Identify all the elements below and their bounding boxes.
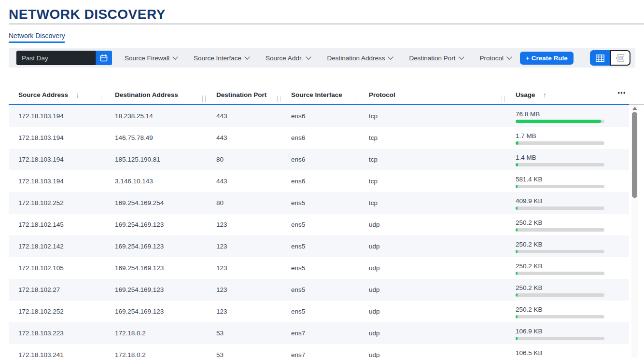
filter-dropdown-destination-address[interactable]: Destination Address (327, 55, 392, 62)
table-row[interactable]: 172.18.102.27 169.254.169.123 123 ens5 u… (9, 279, 629, 301)
cell-usage: 1.4 MB (506, 149, 629, 170)
cell-source-interface: ens6 (281, 127, 359, 149)
table-view-button[interactable] (590, 50, 610, 66)
usage-bar-track (516, 250, 604, 253)
column-header-protocol[interactable]: Protocol (359, 91, 506, 98)
cell-destination-address: 169.254.169.123 (105, 257, 207, 279)
filter-dropdown-destination-port[interactable]: Destination Port (409, 55, 463, 62)
usage-bar-track (516, 337, 604, 340)
column-resize-handle[interactable] (202, 96, 206, 102)
page-title: NETWORK DISCOVERY (9, 7, 166, 22)
table-grid-icon (596, 55, 604, 62)
chevron-down-icon (388, 54, 393, 59)
scroll-up-arrow-icon[interactable] (632, 107, 637, 110)
sort-desc-icon[interactable]: ↓ (76, 91, 80, 99)
cell-source-interface: ens5 (281, 257, 359, 279)
title-divider (9, 23, 644, 25)
table-row[interactable]: 172.18.102.105 169.254.169.123 123 ens5 … (9, 257, 629, 279)
filter-bar: Source Firewall Source Interface Source … (125, 55, 511, 62)
tab-network-discovery[interactable]: Network Discovery (9, 32, 65, 40)
cell-destination-port: 53 (207, 322, 281, 344)
active-tab-indicator (9, 41, 65, 43)
column-header-source-interface[interactable]: Source Interface (281, 91, 359, 98)
filter-dropdown-source-interface[interactable]: Source Interface (194, 55, 249, 62)
usage-bar-fill (516, 293, 518, 297)
sort-asc-icon[interactable]: ↑ (543, 91, 547, 99)
table-row[interactable]: 172.18.103.241 172.18.0.2 53 ens7 udp 10… (9, 344, 629, 358)
cell-destination-port: 123 (207, 257, 281, 279)
flow-view-button[interactable] (610, 50, 630, 66)
usage-value: 250.2 KB (516, 306, 543, 313)
table-row[interactable]: 172.18.103.223 172.18.0.2 53 ens7 udp 10… (9, 322, 629, 344)
cell-source-address: 172.18.103.194 (9, 105, 105, 127)
chevron-down-icon (244, 54, 250, 59)
usage-value: 1.7 MB (516, 132, 536, 139)
column-header-source-address[interactable]: Source Address ↓ (9, 91, 105, 99)
cell-destination-port: 123 (207, 214, 281, 235)
table-row[interactable]: 172.18.102.252 169.254.169.123 123 ens5 … (9, 301, 629, 322)
cell-usage: 250.2 KB (506, 235, 629, 257)
cell-destination-address: 169.254.169.123 (105, 214, 207, 235)
cell-source-address: 172.18.103.241 (9, 344, 105, 358)
usage-bar-fill (516, 337, 518, 340)
cell-source-interface: ens5 (281, 279, 359, 301)
cell-source-interface: ens6 (281, 105, 359, 127)
filter-dropdown-source-addr[interactable]: Source Addr. (266, 55, 310, 62)
table-row[interactable]: 172.18.102.145 169.254.169.123 123 ens5 … (9, 214, 629, 235)
cell-destination-port: 443 (207, 127, 281, 149)
date-range-input[interactable]: Past Day (16, 51, 96, 65)
table-row[interactable]: 172.18.103.194 3.146.10.143 443 ens6 tcp… (9, 170, 629, 192)
table-row[interactable]: 172.18.103.194 146.75.78.49 443 ens6 tcp… (9, 127, 629, 149)
cell-destination-port: 443 (207, 170, 281, 192)
usage-value: 106.5 KB (516, 349, 543, 357)
cell-destination-address: 172.18.0.2 (105, 322, 207, 344)
cell-source-interface: ens5 (281, 192, 359, 214)
table-row[interactable]: 172.18.102.252 169.254.169.254 80 ens5 t… (9, 192, 629, 214)
usage-value: 1.4 MB (516, 154, 536, 161)
usage-bar-fill (516, 207, 518, 210)
cell-usage: 76.8 MB (506, 105, 629, 127)
cell-destination-address: 169.254.169.123 (105, 301, 207, 322)
create-rule-button[interactable]: + Create Rule (520, 52, 574, 65)
usage-bar-track (516, 185, 604, 188)
table-body: 172.18.103.194 18.238.25.14 443 ens6 tcp… (9, 105, 629, 358)
usage-value: 250.2 KB (516, 262, 543, 270)
column-resize-handle[interactable] (502, 96, 505, 102)
cell-source-address: 172.18.103.223 (9, 322, 105, 344)
cell-destination-address: 185.125.190.81 (105, 149, 207, 170)
table-row[interactable]: 172.18.102.142 169.254.169.123 123 ens5 … (9, 235, 629, 257)
calendar-button[interactable] (96, 51, 112, 65)
column-resize-handle[interactable] (355, 96, 358, 102)
cell-protocol: tcp (359, 170, 506, 192)
cell-protocol: tcp (359, 149, 506, 170)
cell-protocol: tcp (359, 127, 506, 149)
column-header-destination-port[interactable]: Destination Port (207, 91, 281, 98)
table-row[interactable]: 172.18.103.194 18.238.25.14 443 ens6 tcp… (9, 105, 629, 127)
scrollbar-thumb[interactable] (632, 112, 637, 198)
cell-source-address: 172.18.102.105 (9, 257, 105, 279)
filter-dropdown-protocol[interactable]: Protocol (480, 55, 512, 62)
cell-destination-port: 123 (207, 279, 281, 301)
usage-bar-track (516, 228, 604, 232)
filter-dropdown-source-firewall[interactable]: Source Firewall (125, 55, 177, 62)
column-options-icon[interactable]: ⋯ (617, 88, 626, 98)
cell-protocol: tcp (359, 105, 506, 127)
column-resize-handle[interactable] (101, 95, 104, 101)
column-header-destination-address[interactable]: Destination Address (105, 91, 207, 98)
usage-bar-fill (516, 250, 518, 253)
cell-destination-address: 169.254.169.123 (105, 279, 207, 301)
column-header-usage[interactable]: Usage ↑ (506, 91, 629, 99)
chevron-down-icon (172, 54, 178, 59)
usage-bar-fill (516, 120, 601, 123)
cell-protocol: tcp (359, 192, 506, 214)
cell-usage: 250.2 KB (506, 279, 629, 301)
cell-protocol: udp (359, 301, 506, 322)
usage-value: 581.4 KB (516, 176, 543, 183)
vertical-scrollbar[interactable] (631, 105, 638, 358)
cell-source-interface: ens6 (281, 149, 359, 170)
usage-value: 250.2 KB (516, 284, 543, 291)
table-row[interactable]: 172.18.103.194 185.125.190.81 80 ens6 tc… (9, 149, 629, 170)
cell-source-interface: ens5 (281, 301, 359, 322)
column-resize-handle[interactable] (277, 96, 280, 102)
usage-bar-track (516, 163, 604, 166)
